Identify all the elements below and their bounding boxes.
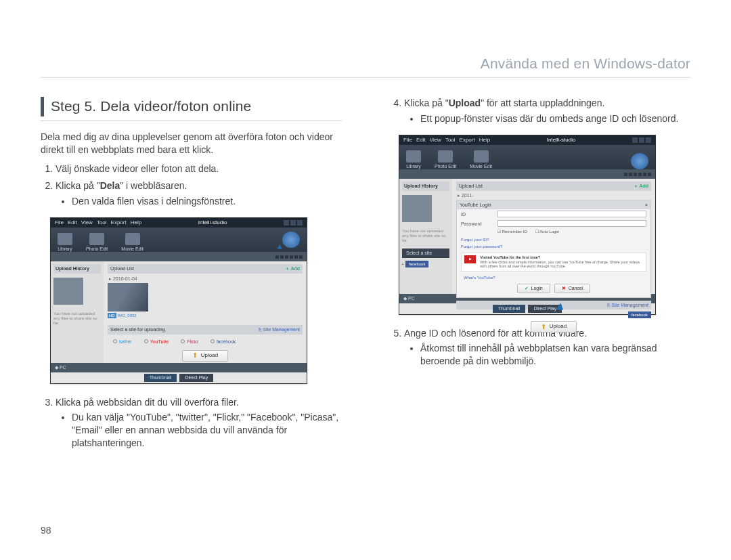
menu-view: View xyxy=(81,219,93,227)
page-header: Använda med en Windows-dator xyxy=(41,54,690,78)
step-title: Steg 5. Dela videor/foton online xyxy=(41,97,342,116)
history-thumbnail-2 xyxy=(402,195,432,222)
app-title: Intelli-studio xyxy=(198,219,227,227)
upload-button-label: Upload xyxy=(201,352,218,360)
app-toolbar: Library Photo Edit Movie Edit xyxy=(51,228,307,252)
tab-photo-edit: Photo Edit xyxy=(86,233,108,252)
app-menubar-2: File Edit View Tool Export Help Intelli-… xyxy=(399,135,655,145)
step-4-sub: Ett popup-fönster visas där du ombeds an… xyxy=(420,112,690,125)
upload-date: 2010-01-04 xyxy=(113,276,137,281)
tab-thumbnail-2: Thumbnail xyxy=(493,305,526,312)
add-label: Add xyxy=(290,266,300,271)
login-prompt: ▶ Visited YouTube for the first time?Wit… xyxy=(461,253,646,272)
tab-movie-label: Movie Edit xyxy=(121,246,143,252)
add-button: ＋ Add xyxy=(285,265,300,272)
cancel-button: ✖Cancel xyxy=(554,284,591,293)
auto-login-checkbox: Auto Login xyxy=(539,230,559,234)
upload-button-2: ⬆Upload xyxy=(531,321,577,332)
upload-button-label-2: Upload xyxy=(550,323,567,330)
step-3: Klicka på webbsidan dit du vill överföra… xyxy=(56,396,342,450)
upload-thumbnail xyxy=(108,283,148,311)
menu-tool: Tool xyxy=(97,219,107,227)
app-center: Upload List＋ Add ▸ 2010-01-04 HDIMG_0002… xyxy=(104,261,307,363)
step-5: Ange ID och lösenord för att komma vidar… xyxy=(404,327,690,368)
step-3-sub: Du kan välja "YouTube", "twitter", "Flic… xyxy=(72,411,342,450)
tab-thumbnail: Thumbnail xyxy=(144,374,177,381)
sidebar-header-2: Upload History xyxy=(402,181,449,190)
site-facebook: facebook xyxy=(211,339,236,345)
app-subbar-2 xyxy=(399,169,655,179)
menu-help-2: Help xyxy=(479,137,490,144)
tab-photo-label: Photo Edit xyxy=(86,246,108,252)
step-2-sub: Den valda filen visas i delningsfönstret… xyxy=(72,195,342,208)
site-flickr: Flickr xyxy=(181,339,198,345)
menu-edit: Edit xyxy=(68,219,77,227)
app-screenshot-1: File Edit View Tool Export Help Intelli-… xyxy=(50,217,307,383)
forgot-pw-link: Forgot your password? xyxy=(457,243,650,250)
tab-photo-label-2: Photo Edit xyxy=(435,163,456,169)
step-2-post: " i webbläsaren. xyxy=(120,180,187,191)
whats-youtube-link: What's YouTube? xyxy=(457,274,650,281)
hd-badge: HD xyxy=(108,313,116,318)
app-menubar: File Edit View Tool Export Help Intelli-… xyxy=(51,218,307,228)
login-title: YouTube Login xyxy=(460,202,491,208)
page-number: 98 xyxy=(41,524,51,537)
photo-icon-2 xyxy=(438,150,453,163)
x-icon: ✖ xyxy=(562,285,566,291)
menu-file: File xyxy=(55,219,64,227)
site-management-2: Site Management xyxy=(611,303,648,307)
login-pw-input xyxy=(497,220,646,227)
app-title-2: Intelli-studio xyxy=(547,137,576,144)
tab-library-label: Library xyxy=(58,246,72,252)
step-4-pre: Klicka på " xyxy=(404,98,449,108)
steps-list-right-2: Ange ID och lösenord för att komma vidar… xyxy=(389,327,690,368)
menu-edit-2: Edit xyxy=(416,137,426,144)
tab-movie-label-2: Movie Edit xyxy=(470,163,492,169)
movie-icon-2 xyxy=(474,150,489,163)
select-site-label: Select a site for uploading. xyxy=(110,326,167,332)
step-2: Klicka på "Dela" i webbläsaren. Den vald… xyxy=(56,179,342,208)
site-management: ⎘ Site Management xyxy=(259,326,300,332)
step-1-text: Välj önskade videor eller foton att dela… xyxy=(56,163,219,174)
separator xyxy=(41,121,342,121)
history-thumbnail xyxy=(53,278,83,305)
check-icon: ✔ xyxy=(525,285,529,291)
movie-icon xyxy=(125,233,140,245)
window-buttons-2 xyxy=(632,137,651,143)
step-5-sub: Åtkomst till innehåll på webbplatsen kan… xyxy=(420,342,690,368)
step-4-bold: Upload xyxy=(449,98,481,108)
upload-filename: IMG_0002 xyxy=(118,314,137,318)
app-screenshot-2: File Edit View Tool Export Help Intelli-… xyxy=(399,135,656,314)
tab-library-label-2: Library xyxy=(406,163,420,169)
sidebar-empty-msg-2: You have not uploaded any files to share… xyxy=(402,229,449,244)
menu-tool-2: Tool xyxy=(445,137,456,144)
step-2-pre: Klicka på " xyxy=(56,180,100,191)
triangle-icon: ▸ xyxy=(109,276,112,281)
select-site-label-2: Select a site xyxy=(406,250,432,256)
tab-library: Library xyxy=(58,233,72,252)
right-column: Klicka på "Upload" för att starta upplad… xyxy=(389,97,690,454)
upload-arrow-icon: ⬆ xyxy=(192,352,198,359)
menu-help: Help xyxy=(131,219,141,227)
photo-icon xyxy=(89,233,104,245)
close-icon: × xyxy=(645,202,648,208)
sidebar-empty-msg: You have not uploaded any files to share… xyxy=(53,311,101,326)
login-pw-label: Password xyxy=(461,221,495,227)
uploadlist-header: Upload List xyxy=(110,265,134,272)
app-toolbar-2: Library Photo Edit Movie Edit xyxy=(399,145,655,169)
prompt-head: Visited YouTube for the first time? xyxy=(480,255,643,260)
app-sidebar-2: Upload History You have not uploaded any… xyxy=(399,179,452,294)
menu-export-2: Export xyxy=(460,137,475,144)
forgot-id-link: Forgot your ID? xyxy=(457,236,650,243)
status-pc-2: PC xyxy=(408,296,415,301)
steps-list-left: Välj önskade videor eller foton att dela… xyxy=(41,163,342,208)
share-globe-icon xyxy=(282,232,300,248)
add-label-2: Add xyxy=(639,184,648,188)
window-buttons xyxy=(284,220,303,225)
site-youtube: YouTube xyxy=(144,339,169,345)
step-1: Välj önskade videor eller foton att dela… xyxy=(56,163,342,175)
upload-button: ⬆Upload xyxy=(182,350,228,362)
login-area: Upload List＋ Add ▸ 2011- YouTube Login× … xyxy=(452,179,655,294)
status-pc: PC xyxy=(60,365,66,370)
step-4-post: " för att starta uppladdningen. xyxy=(481,98,604,108)
